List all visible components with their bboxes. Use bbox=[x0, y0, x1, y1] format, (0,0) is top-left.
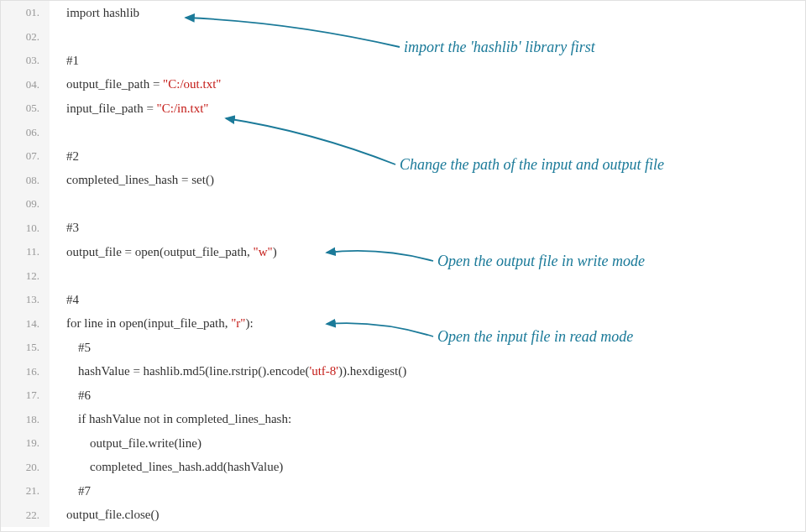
line-number: 07. bbox=[1, 144, 50, 169]
code-content: completed_lines_hash.add(hashValue) bbox=[50, 460, 283, 474]
line-number: 17. bbox=[1, 383, 50, 408]
code-content: output_file_path = "C:/out.txt" bbox=[50, 77, 221, 91]
code-content: #4 bbox=[50, 293, 79, 307]
line-number: 04. bbox=[1, 73, 50, 97]
code-content: #5 bbox=[50, 341, 91, 355]
code-lines: 01.import hashlib02.03.#104.output_file_… bbox=[1, 1, 805, 527]
line-number: 05. bbox=[1, 96, 50, 121]
line-number: 06. bbox=[1, 121, 50, 145]
code-content: #6 bbox=[50, 389, 91, 403]
code-line: 15.#5 bbox=[1, 336, 805, 360]
line-number: 18. bbox=[1, 408, 50, 432]
line-number: 16. bbox=[1, 360, 50, 384]
code-content: #7 bbox=[50, 484, 91, 498]
code-line: 04.output_file_path = "C:/out.txt" bbox=[1, 73, 805, 97]
code-content: hashValue = hashlib.md5(line.rstrip().en… bbox=[50, 364, 406, 378]
code-line: 19.output_file.write(line) bbox=[1, 431, 805, 456]
line-number: 13. bbox=[1, 288, 50, 312]
line-number: 21. bbox=[1, 479, 50, 503]
line-number: 02. bbox=[1, 25, 50, 50]
code-line: 17.#6 bbox=[1, 383, 805, 408]
code-viewer: 01.import hashlib02.03.#104.output_file_… bbox=[0, 0, 806, 532]
code-line: 09. bbox=[1, 192, 805, 216]
code-content: if hashValue not in completed_lines_hash… bbox=[50, 412, 291, 426]
code-line: 05.input_file_path = "C:/in.txt" bbox=[1, 96, 805, 121]
code-line: 16.hashValue = hashlib.md5(line.rstrip()… bbox=[1, 360, 805, 384]
code-line: 20.completed_lines_hash.add(hashValue) bbox=[1, 456, 805, 480]
code-line: 11.output_file = open(output_file_path, … bbox=[1, 240, 805, 264]
code-content: output_file.write(line) bbox=[50, 436, 202, 451]
line-number: 08. bbox=[1, 169, 50, 193]
code-line: 18.if hashValue not in completed_lines_h… bbox=[1, 408, 805, 432]
code-content: import hashlib bbox=[50, 6, 139, 20]
code-content: output_file = open(output_file_path, "w"… bbox=[50, 245, 277, 259]
line-number: 11. bbox=[1, 240, 50, 264]
code-line: 13.#4 bbox=[1, 288, 805, 312]
code-line: 08.completed_lines_hash = set() bbox=[1, 169, 805, 193]
code-line: 07.#2 bbox=[1, 144, 805, 169]
line-number: 20. bbox=[1, 456, 50, 480]
code-content: #3 bbox=[50, 221, 79, 235]
code-line: 06. bbox=[1, 121, 805, 145]
code-line: 10.#3 bbox=[1, 216, 805, 241]
code-content: input_file_path = "C:/in.txt" bbox=[50, 102, 208, 116]
code-content: for line in open(input_file_path, "r"): bbox=[50, 316, 254, 331]
code-line: 01.import hashlib bbox=[1, 1, 805, 25]
code-content: #1 bbox=[50, 54, 79, 68]
line-number: 01. bbox=[1, 1, 50, 25]
line-number: 12. bbox=[1, 264, 50, 289]
code-line: 14.for line in open(input_file_path, "r"… bbox=[1, 312, 805, 336]
line-number: 03. bbox=[1, 49, 50, 73]
code-line: 02. bbox=[1, 25, 805, 50]
code-content: completed_lines_hash = set() bbox=[50, 173, 214, 187]
line-number: 14. bbox=[1, 312, 50, 336]
line-number: 19. bbox=[1, 431, 50, 456]
line-number: 15. bbox=[1, 336, 50, 360]
line-number: 22. bbox=[1, 503, 50, 528]
line-number: 10. bbox=[1, 216, 50, 241]
code-line: 12. bbox=[1, 264, 805, 289]
code-content: output_file.close() bbox=[50, 508, 159, 522]
code-line: 21.#7 bbox=[1, 479, 805, 503]
code-line: 22.output_file.close() bbox=[1, 503, 805, 528]
line-number: 09. bbox=[1, 192, 50, 216]
code-content: #2 bbox=[50, 149, 79, 164]
code-line: 03.#1 bbox=[1, 49, 805, 73]
